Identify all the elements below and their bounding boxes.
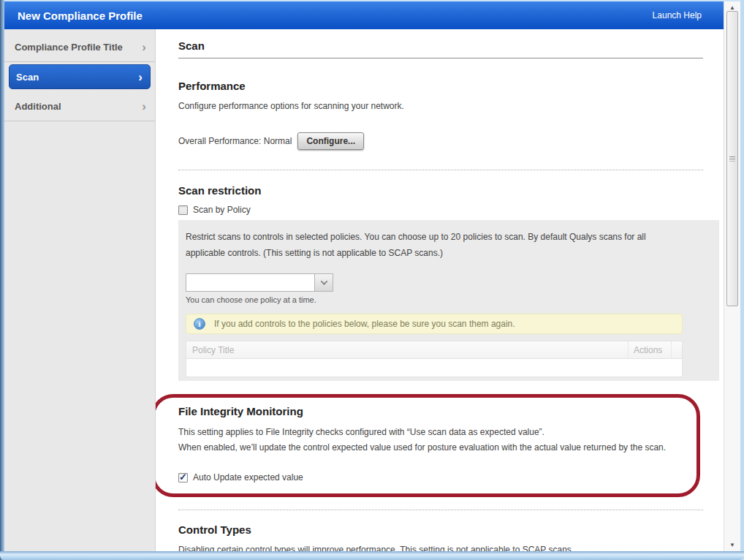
sidebar-item-additional[interactable]: Additional › <box>4 92 155 121</box>
column-header-actions: Actions <box>628 341 672 358</box>
main-content: Scan Performance Configure performance o… <box>156 29 724 551</box>
scan-by-policy-label: Scan by Policy <box>193 205 251 215</box>
info-icon: i <box>194 318 205 330</box>
configure-button[interactable]: Configure... <box>297 132 364 150</box>
section-divider <box>178 170 703 170</box>
vertical-scrollbar[interactable]: ▲ ▼ <box>724 1 740 551</box>
info-banner: i If you add controls to the policies be… <box>186 314 683 334</box>
policy-select[interactable] <box>186 273 333 292</box>
control-types-heading: Control Types <box>178 523 703 536</box>
scrollbar-thumb[interactable] <box>726 11 738 306</box>
scan-restriction-heading: Scan restriction <box>178 184 703 197</box>
auto-update-checkbox[interactable] <box>178 473 188 483</box>
performance-description: Configure performance options for scanni… <box>178 99 703 114</box>
sidebar-item-label: Compliance Profile Title <box>15 42 123 53</box>
auto-update-row: Auto Update expected value <box>178 472 703 483</box>
performance-section: Performance Configure performance option… <box>178 80 703 150</box>
window-frame-right <box>740 0 744 560</box>
scrollbar-grip-icon <box>729 156 735 162</box>
table-empty-row <box>186 359 682 377</box>
page-title: Scan <box>178 39 703 58</box>
scan-restriction-section: Scan restriction Scan by Policy Restrict… <box>178 184 703 381</box>
sidebar-item-scan[interactable]: Scan › <box>9 64 151 89</box>
chevron-right-icon: › <box>142 41 146 53</box>
dialog-header: New Compliance Profile Launch Help <box>4 1 724 29</box>
scan-by-policy-checkbox[interactable] <box>178 205 188 215</box>
file-integrity-heading: File Integrity Monitoring <box>178 405 703 417</box>
policy-table-header: Policy Title Actions <box>186 341 682 359</box>
section-divider <box>178 510 703 510</box>
sidebar: Compliance Profile Title › Scan › Additi… <box>4 29 156 551</box>
restriction-description: Restrict scans to controls in selected p… <box>186 229 668 261</box>
dialog-title: New Compliance Profile <box>18 10 143 22</box>
scroll-down-arrow-icon[interactable]: ▼ <box>726 540 738 550</box>
column-header-policy-title: Policy Title <box>186 345 628 355</box>
info-message: If you add controls to the policies belo… <box>214 319 515 329</box>
scan-restriction-panel: Restrict scans to controls in selected p… <box>178 220 719 381</box>
sidebar-item-compliance-profile-title[interactable]: Compliance Profile Title › <box>4 33 155 62</box>
chevron-down-icon <box>320 278 327 285</box>
file-integrity-monitoring-section: File Integrity Monitoring This setting a… <box>178 405 703 487</box>
policy-select-value <box>186 274 314 291</box>
dropdown-button[interactable] <box>314 274 333 291</box>
overall-performance-label: Overall Performance: <box>178 136 261 146</box>
window-frame-top <box>0 0 744 1</box>
scan-by-policy-row: Scan by Policy <box>178 205 703 215</box>
performance-heading: Performance <box>178 80 703 92</box>
policy-table: Policy Title Actions <box>186 341 683 377</box>
chevron-right-icon: › <box>142 100 146 113</box>
auto-update-label: Auto Update expected value <box>193 472 303 483</box>
window-frame-left <box>0 0 4 560</box>
sidebar-item-label: Scan <box>16 72 39 83</box>
sidebar-item-label: Additional <box>15 101 61 112</box>
policy-hint: You can choose one policy at a time. <box>186 295 680 304</box>
overall-performance-value: Normal <box>264 136 292 146</box>
new-compliance-profile-dialog: New Compliance Profile Launch Help Compl… <box>0 0 744 560</box>
file-integrity-description-line1: This setting applies to File Integrity c… <box>178 425 703 440</box>
launch-help-link[interactable]: Launch Help <box>653 10 702 20</box>
file-integrity-description-line2: When enabled, we’ll update the control e… <box>178 440 703 455</box>
window-frame-bottom <box>0 551 744 560</box>
chevron-right-icon: › <box>138 71 143 83</box>
